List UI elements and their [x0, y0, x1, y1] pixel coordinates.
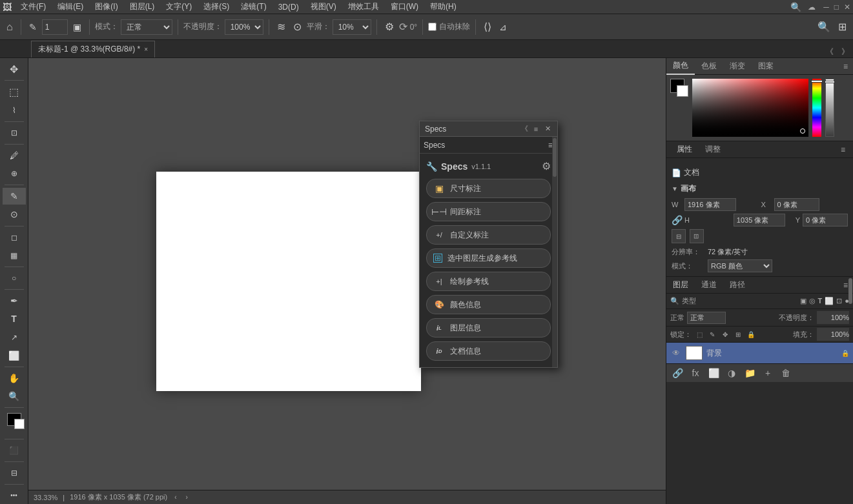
- brush-tool[interactable]: ✎: [3, 188, 26, 205]
- tab-close-btn[interactable]: ×: [144, 46, 148, 53]
- width-input[interactable]: [684, 198, 736, 211]
- crop-portrait-icon[interactable]: ⊟: [672, 229, 686, 243]
- path-select-tool[interactable]: ↗: [3, 328, 26, 345]
- airbrush-btn[interactable]: ⊙: [291, 19, 304, 34]
- brush-size-input[interactable]: [42, 19, 68, 35]
- brush-tool-btn[interactable]: ✎: [26, 21, 39, 34]
- channels-tab[interactable]: 通道: [695, 277, 723, 293]
- workspace-btn[interactable]: ⊞: [836, 19, 849, 34]
- hue-slider[interactable]: [812, 79, 821, 137]
- cloud-icon[interactable]: ☁: [808, 3, 816, 12]
- settings-btn[interactable]: ⚙: [382, 19, 396, 34]
- move-tool[interactable]: ✥: [3, 61, 26, 77]
- color-gradient-picker[interactable]: [692, 79, 808, 137]
- menu-3d[interactable]: 3D(D): [273, 1, 304, 13]
- doc-info-btn[interactable]: iD 文档信息: [426, 341, 551, 361]
- background-swatch[interactable]: [677, 85, 688, 97]
- custom-annotation-btn[interactable]: +/ 自定义标注: [426, 225, 551, 245]
- pattern-tab[interactable]: 图案: [752, 58, 780, 74]
- layer-mask-btn[interactable]: ⬜: [706, 366, 721, 380]
- lock-paint-icon[interactable]: ✎: [707, 329, 717, 339]
- close-btn[interactable]: ✕: [844, 3, 850, 12]
- eraser-tool[interactable]: ◻: [3, 228, 26, 245]
- symmetry-btn[interactable]: ⟨⟩: [481, 19, 494, 34]
- layer-item-background[interactable]: 👁 背景 🔒: [666, 343, 853, 363]
- lock-position-icon[interactable]: ✥: [720, 329, 730, 339]
- healing-tool[interactable]: ⊕: [3, 165, 26, 182]
- document-tab[interactable]: 未标题-1 @ 33.3%(RGB/8#) * ×: [31, 41, 155, 57]
- crop-tool[interactable]: ⊡: [3, 125, 26, 141]
- filter-smart-icon[interactable]: ⊡: [836, 297, 842, 305]
- more-tools-btn[interactable]: •••: [3, 487, 26, 504]
- screen-mode-btn[interactable]: ⊟: [3, 465, 26, 481]
- layer-info-btn[interactable]: iL 图层信息: [426, 318, 551, 338]
- specs-gear-icon[interactable]: ⚙: [542, 160, 551, 172]
- color-panel-menu[interactable]: ≡: [838, 59, 853, 74]
- eyedropper-tool[interactable]: 🖉: [3, 147, 26, 164]
- nav-prev[interactable]: ‹: [172, 494, 178, 501]
- filter-text-icon[interactable]: T: [818, 297, 823, 305]
- props-menu[interactable]: ≡: [837, 145, 849, 154]
- layer-eye-icon[interactable]: 👁: [670, 347, 682, 359]
- link-icon[interactable]: 🔗: [672, 215, 683, 225]
- specs-close-btn[interactable]: ✕: [543, 125, 552, 134]
- smooth-select[interactable]: 10%: [333, 19, 371, 35]
- specs-tab[interactable]: Specs: [424, 141, 548, 150]
- crop-landscape-icon[interactable]: ⊟: [690, 229, 704, 243]
- filter-shape-icon[interactable]: ⬜: [825, 297, 834, 305]
- layer-new-btn[interactable]: +: [761, 366, 775, 380]
- specs-scrollbar[interactable]: [552, 137, 557, 367]
- filter-pixel-icon[interactable]: ▣: [800, 297, 807, 305]
- mode-dropdown[interactable]: RGB 颜色: [708, 259, 772, 272]
- alpha-slider[interactable]: [825, 79, 834, 137]
- layer-guide-btn[interactable]: ⊞ 选中图层生成参考线: [426, 248, 551, 268]
- maximize-btn[interactable]: □: [834, 3, 839, 12]
- flow-btn[interactable]: ≋: [274, 19, 288, 34]
- quick-mask-btn[interactable]: ⬛: [3, 442, 26, 459]
- opacity-select[interactable]: 100%: [225, 19, 263, 35]
- blend-mode-dropdown[interactable]: 正常: [687, 312, 726, 324]
- adjust-tab[interactable]: 调整: [699, 141, 727, 157]
- height-input[interactable]: [734, 214, 785, 227]
- props-tab[interactable]: 属性: [670, 141, 699, 157]
- search-icon[interactable]: 🔍: [790, 2, 801, 12]
- menu-edit[interactable]: 编辑(E): [52, 0, 88, 14]
- lock-transparent-icon[interactable]: ⬚: [694, 329, 704, 339]
- panel-collapse-right[interactable]: 》: [838, 46, 853, 57]
- specs-menu-btn[interactable]: ≡: [531, 125, 540, 134]
- canvas-section-header[interactable]: ▼ 画布: [672, 183, 848, 194]
- panel-collapse-left[interactable]: 《: [822, 46, 838, 57]
- color-tab[interactable]: 颜色: [666, 57, 695, 75]
- layer-group-btn[interactable]: 📁: [743, 366, 757, 380]
- clone-tool[interactable]: ⊙: [3, 206, 26, 223]
- gradient-tool[interactable]: ▦: [3, 247, 26, 264]
- blur-tool[interactable]: ○: [3, 270, 26, 287]
- mode-select[interactable]: 正常: [121, 19, 172, 35]
- layer-link-btn[interactable]: 🔗: [670, 366, 684, 380]
- menu-window[interactable]: 窗口(W): [385, 0, 424, 14]
- size-annotation-btn[interactable]: ▣ 尺寸标注: [426, 179, 551, 198]
- lasso-tool[interactable]: ⌇: [3, 101, 26, 118]
- x-input[interactable]: [774, 198, 819, 211]
- search-btn[interactable]: 🔍: [815, 19, 833, 34]
- menu-file[interactable]: 文件(F): [15, 0, 51, 14]
- paths-tab[interactable]: 路径: [723, 277, 752, 293]
- filter-adjust-icon[interactable]: ◎: [809, 297, 816, 305]
- swatches-tab[interactable]: 色板: [695, 58, 723, 74]
- rect-select-tool[interactable]: ⬚: [3, 83, 26, 100]
- layer-adjust-btn[interactable]: ◑: [725, 366, 739, 380]
- nav-next[interactable]: ›: [184, 494, 190, 501]
- menu-layer[interactable]: 图层(L): [125, 0, 160, 14]
- menu-image[interactable]: 图像(I): [90, 0, 123, 14]
- menu-select[interactable]: 选择(S): [198, 0, 234, 14]
- color-swatch[interactable]: [670, 79, 688, 97]
- layer-delete-btn[interactable]: 🗑: [779, 366, 793, 380]
- shape-tool[interactable]: ⬜: [3, 347, 26, 364]
- minimize-btn[interactable]: ─: [823, 3, 829, 12]
- lock-artboard-icon[interactable]: ⊞: [733, 329, 743, 339]
- layer-fx-btn[interactable]: fx: [688, 366, 703, 380]
- lock-all-icon[interactable]: 🔒: [746, 329, 756, 339]
- fill-input[interactable]: [817, 328, 849, 341]
- zoom-tool[interactable]: 🔍: [3, 388, 26, 405]
- layers-tab[interactable]: 图层: [666, 277, 695, 293]
